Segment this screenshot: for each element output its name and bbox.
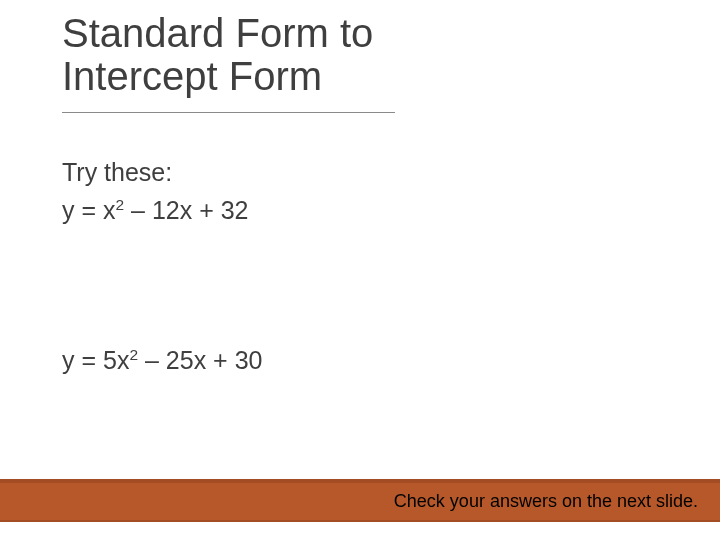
equation-2-post: – 25x + 30 [138, 346, 262, 374]
footer-bar: Check your answers on the next slide. [0, 479, 720, 522]
equation-1: y = x2 – 12x + 32 [62, 196, 249, 225]
footer-text: Check your answers on the next slide. [394, 491, 698, 511]
prompt-text: Try these: [62, 158, 172, 187]
equation-1-post: – 12x + 32 [124, 196, 248, 224]
equation-2-sup: 2 [129, 346, 138, 363]
equation-1-sup: 2 [116, 196, 125, 213]
slide: Standard Form to Intercept Form Try thes… [0, 0, 720, 540]
equation-1-pre: y = x [62, 196, 116, 224]
slide-title: Standard Form to Intercept Form [62, 12, 373, 98]
equation-2: y = 5x2 – 25x + 30 [62, 346, 262, 375]
title-line-2: Intercept Form [62, 54, 322, 98]
title-line-1: Standard Form to [62, 11, 373, 55]
equation-2-pre: y = 5x [62, 346, 129, 374]
title-underline [62, 112, 395, 113]
